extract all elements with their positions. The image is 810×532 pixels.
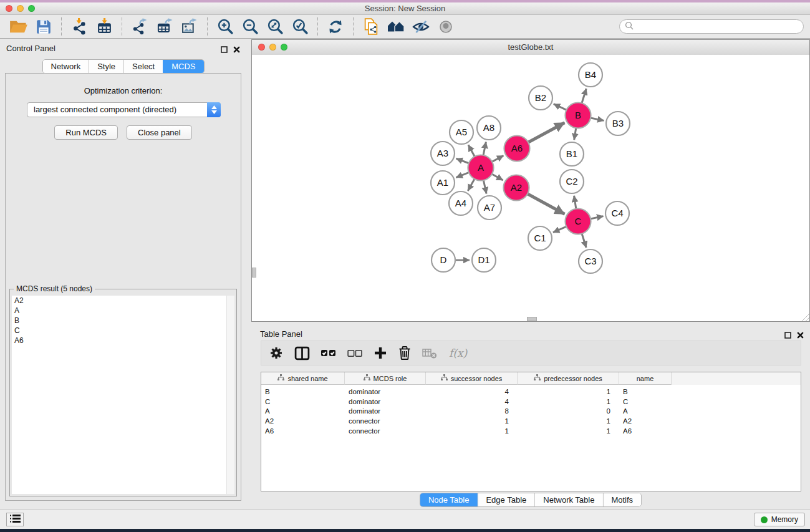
table-row[interactable]: Adominator80A: [261, 406, 801, 416]
node-A5[interactable]: A5: [450, 120, 473, 144]
zoom-network-window-button[interactable]: [281, 44, 287, 51]
hide-panel-icon[interactable]: [411, 17, 431, 37]
close-network-window-button[interactable]: [258, 44, 265, 51]
column-header-shared-name[interactable]: shared name: [261, 372, 345, 385]
column-header-name[interactable]: name: [619, 372, 672, 385]
float-panel-icon[interactable]: [784, 330, 791, 341]
import-table-icon[interactable]: [94, 17, 114, 37]
tab-node-table[interactable]: Node Table: [420, 493, 478, 506]
zoom-fit-icon[interactable]: [265, 17, 285, 37]
import-network-icon[interactable]: [69, 17, 89, 37]
deselect-all-icon[interactable]: [347, 347, 363, 359]
toolbar-separator: [122, 17, 122, 36]
mcds-result-box: MCDS result (5 nodes) A2ABCA6: [9, 289, 237, 496]
node-C3[interactable]: C3: [579, 249, 602, 273]
add-icon[interactable]: [374, 346, 387, 360]
column-header-MCDS-role[interactable]: MCDS role: [345, 372, 426, 385]
delete-icon[interactable]: [398, 346, 412, 360]
mcds-result-item[interactable]: C: [12, 326, 234, 336]
copy-network-icon[interactable]: [361, 17, 381, 37]
select-all-icon[interactable]: [321, 347, 337, 359]
export-image-icon[interactable]: [180, 17, 200, 37]
eye-icon[interactable]: [436, 17, 456, 37]
settings-icon[interactable]: [269, 346, 284, 360]
node-A[interactable]: A: [468, 155, 494, 181]
svg-text:A2: A2: [511, 182, 522, 193]
tab-mcds[interactable]: MCDS: [163, 60, 203, 73]
close-window-button[interactable]: [6, 5, 12, 12]
node-A4[interactable]: A4: [449, 191, 473, 215]
memory-button[interactable]: Memory: [754, 513, 805, 526]
tab-network-table[interactable]: Network Table: [534, 493, 602, 506]
node-B3[interactable]: B3: [606, 112, 630, 135]
zoom-in-icon[interactable]: [215, 17, 235, 37]
refresh-icon[interactable]: [325, 17, 345, 37]
canvas-hscroll-stub[interactable]: [527, 317, 537, 321]
node-B2[interactable]: B2: [529, 86, 552, 110]
zoom-window-button[interactable]: [28, 5, 35, 12]
table-toolbar: f(x): [261, 341, 801, 365]
column-label: predecessor nodes: [544, 375, 602, 382]
tab-edge-table[interactable]: Edge Table: [477, 493, 534, 506]
node-D[interactable]: D: [432, 248, 455, 272]
zoom-out-icon[interactable]: [240, 17, 260, 37]
node-A3[interactable]: A3: [431, 142, 455, 165]
mcds-result-item[interactable]: A: [12, 306, 234, 316]
application-window: Session: New Session Control Panel Netwo…: [0, 0, 810, 532]
svg-text:A7: A7: [484, 202, 495, 213]
export-table-icon[interactable]: [155, 17, 175, 37]
search-input[interactable]: [637, 22, 798, 32]
table-row[interactable]: Bdominator41B: [261, 387, 801, 397]
node-A2[interactable]: A2: [504, 175, 529, 201]
export-network-icon[interactable]: [130, 17, 150, 37]
toolbar-separator: [317, 17, 318, 36]
criterion-dropdown[interactable]: largest connected component (directed): [27, 102, 221, 117]
close-panel-icon[interactable]: [797, 330, 804, 341]
mcds-result-item[interactable]: A6: [12, 336, 234, 346]
float-panel-icon[interactable]: [221, 44, 228, 56]
search-field[interactable]: [619, 19, 804, 34]
node-D1[interactable]: D1: [472, 248, 496, 272]
close-panel-button[interactable]: Close panel: [127, 125, 192, 140]
minimize-network-window-button[interactable]: [269, 44, 276, 51]
svg-text:C2: C2: [566, 176, 577, 186]
node-A7[interactable]: A7: [478, 196, 501, 220]
column-header-successor-nodes[interactable]: successor nodes: [426, 372, 518, 385]
tab-style[interactable]: Style: [89, 60, 123, 73]
node-C[interactable]: C: [566, 209, 591, 235]
open-icon[interactable]: [9, 17, 29, 37]
node-A8[interactable]: A8: [477, 116, 501, 140]
run-mcds-button[interactable]: Run MCDS: [54, 125, 118, 140]
node-A6[interactable]: A6: [504, 136, 530, 162]
task-history-button[interactable]: [6, 513, 24, 526]
node-B[interactable]: B: [566, 103, 591, 128]
destroy-table-icon: [422, 347, 437, 359]
table-row[interactable]: A6connector11A6: [261, 426, 801, 436]
save-icon[interactable]: [34, 17, 54, 37]
toolbar-separator: [353, 17, 354, 36]
minimize-window-button[interactable]: [17, 5, 24, 12]
table-row[interactable]: A2connector11A2: [261, 416, 801, 426]
tab-select[interactable]: Select: [123, 60, 163, 73]
tab-network[interactable]: Network: [42, 60, 89, 73]
svg-text:B4: B4: [585, 69, 596, 80]
mcds-result-item[interactable]: A2: [12, 296, 234, 306]
node-C1[interactable]: C1: [528, 226, 552, 250]
table-row[interactable]: Cdominator41C: [261, 397, 801, 407]
cell-predecessor-nodes: 0: [518, 407, 619, 415]
result-scrollbar[interactable]: [226, 296, 234, 494]
column-header-predecessor-nodes[interactable]: predecessor nodes: [518, 372, 619, 385]
node-C4[interactable]: C4: [605, 201, 629, 225]
canvas-vscroll-stub[interactable]: [252, 268, 256, 278]
zoom-selected-icon[interactable]: [290, 17, 310, 37]
network-canvas[interactable]: AA1A2A3A4A5A6A7A8BB1B2B3B4CC1C2C3C4DD1: [252, 55, 809, 321]
node-B1[interactable]: B1: [560, 142, 584, 166]
node-A1[interactable]: A1: [431, 171, 455, 195]
node-C2[interactable]: C2: [560, 170, 584, 193]
node-B4[interactable]: B4: [579, 63, 602, 87]
close-panel-icon[interactable]: [233, 44, 240, 56]
tab-motifs[interactable]: Motifs: [602, 493, 641, 506]
mcds-result-item[interactable]: B: [12, 316, 234, 326]
columns-icon[interactable]: [294, 346, 310, 360]
home-icon[interactable]: [386, 17, 406, 37]
